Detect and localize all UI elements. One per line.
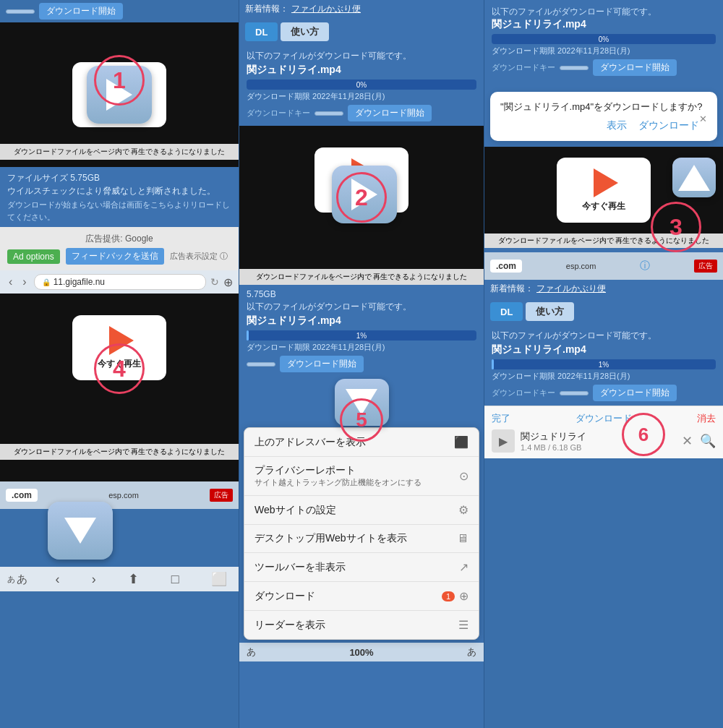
left-filesize-label: ファイルサイズ 5.75GB (7, 171, 231, 184)
left-down-arrow-btn[interactable] (48, 502, 113, 560)
mid-arrow-right-icon (351, 179, 377, 210)
toolbar-share[interactable]: ⬆ (124, 571, 143, 587)
right-play-text: 今すぐ再生 (582, 200, 625, 213)
ad-com-logo: .com (6, 489, 38, 502)
keyboard-left: あ (247, 646, 256, 659)
left-ad-options-row: Ad options フィードバックを送信 広告表示設定 ⓘ (7, 248, 231, 265)
dialog-download-btn[interactable]: ダウンロード (638, 119, 699, 132)
right-dl-file-row: ▶ 関ジュドリライ 1.4 MB / 6.18 GB ✕ 🔍 (492, 429, 716, 453)
right-dl-cancel[interactable]: 消去 (697, 412, 716, 425)
right-new-info-link[interactable]: ファイルかぶり便 (536, 283, 606, 295)
toolbar-tabs[interactable]: ⬜ (207, 571, 231, 587)
ad-config-link[interactable]: 広告表示設定 ⓘ (170, 251, 228, 262)
mid-key-row: ダウンロードキー ダウンロード開始 (247, 105, 476, 121)
ctx-desktop[interactable]: デスクトップ用Webサイトを表示 🖥 (244, 525, 479, 553)
left-virus-text: ウイルスチェックにより脅威なしと判断されました。 (7, 184, 231, 197)
right-file-name-2: 関ジュドリライ.mp4 (492, 343, 716, 356)
mid-column: 新着情報： ファイルかぶり便 DL 使い方 以下のファイルがダウンロード可能です… (239, 0, 484, 728)
ctx-download[interactable]: ダウンロード 1 ⊕ (244, 582, 479, 611)
ctx-download-badge: 1 (442, 591, 455, 601)
left-dl-start-btn-top[interactable]: ダウンロード開始 (39, 3, 123, 20)
mid-file-available-label-2: 以下のファイルがダウンロード可能です。 (247, 301, 476, 313)
left-url-bar[interactable]: 🔒 11.gigafile.nu (34, 274, 206, 290)
right-dl-complete[interactable]: 完了 (492, 412, 510, 425)
mid-arrow-btn[interactable] (332, 166, 397, 223)
mid-tab-dl[interactable]: DL (245, 22, 278, 41)
dialog-show-btn[interactable]: 表示 (607, 119, 627, 132)
right-dl-file-name: 関ジュドリライ (521, 430, 586, 443)
mid-file-available-label: 以下のファイルがダウンロード可能です。 (247, 50, 476, 62)
mid-arrow-down-icon (346, 389, 377, 415)
refresh-icon[interactable]: ↻ (210, 276, 219, 288)
right-file-name: 関ジュドリライ.mp4 (492, 18, 716, 31)
mid-file-name: 関ジュドリライ.mp4 (247, 64, 476, 77)
mid-tab-how[interactable]: 使い方 (281, 22, 329, 41)
main-layout: ダウンロード開始 今すぐ再生 ダウンロードファイルをページ内で 再生できるように… (0, 0, 723, 728)
right-play-area[interactable]: 今すぐ再生 (557, 158, 651, 223)
right-ad-info-icon: ⓘ (640, 260, 650, 273)
right-up-arrow-btn[interactable] (672, 158, 716, 197)
ctx-privacy[interactable]: プライバシーレポート サイト越えトラッキング防止機能をオンにする ⊙ (244, 457, 479, 496)
right-progress-bar-2: 1% (492, 359, 716, 369)
left-key-box (6, 9, 35, 14)
right-dl-start-btn-2[interactable]: ダウンロード開始 (593, 385, 677, 401)
mid-down-arrow-btn[interactable] (335, 379, 389, 426)
share-icon[interactable]: ⊕ (223, 275, 233, 289)
right-key-box-2 (560, 391, 589, 395)
left-video-thumb: 今すぐ再生 ダウンロードファイルをページ内で 再生できるようになりました 1 (0, 22, 239, 167)
left-arrow-btn[interactable] (87, 66, 152, 124)
keyboard-right: あ (467, 646, 476, 659)
ctx-address-icon: ⬛ (454, 435, 469, 449)
mid-new-info-bar: 新着情報： ファイルかぶり便 (239, 0, 484, 18)
dl-file-close-icon[interactable]: ✕ (682, 433, 693, 449)
right-new-info-bar: 新着情報： ファイルかぶり便 (484, 280, 723, 298)
ctx-privacy-icon: ⊙ (459, 469, 469, 483)
right-tab-how[interactable]: 使い方 (526, 302, 574, 321)
right-dl-file-info: 関ジュドリライ 1.4 MB / 6.18 GB (521, 430, 586, 452)
right-dl-status-bar: 完了 ダウンロード 消去 ▶ 関ジュドリライ 1.4 MB / 6.18 GB … (484, 406, 723, 458)
right-key-row: ダウンロードキー ダウンロード開始 (492, 59, 716, 76)
right-top-info: 以下のファイルがダウンロード可能です。 関ジュドリライ.mp4 0% ダウンロー… (484, 0, 723, 82)
right-tab-dl[interactable]: DL (490, 302, 523, 321)
toolbar-aa-large: あ (17, 573, 27, 586)
mid-dl-start-btn[interactable]: ダウンロード開始 (348, 105, 432, 121)
ctx-web-settings[interactable]: Webサイトの設定 ⚙ (244, 496, 479, 525)
toolbar-back[interactable]: ‹ (51, 572, 64, 587)
left-ad-provided: 広告提供: Google (7, 233, 231, 245)
ad-options-button[interactable]: Ad options (7, 249, 60, 264)
mid-progress-label-2: 1% (247, 330, 476, 341)
left-subtitle-2: ダウンロードファイルをページ内で 再生できるようになりました (0, 444, 239, 460)
ctx-address[interactable]: 上のアドレスバーを表示 ⬛ (244, 428, 479, 457)
mid-context-menu: 上のアドレスバーを表示 ⬛ プライバシーレポート サイト越えトラッキング防止機能… (244, 427, 479, 640)
mid-file-info: 以下のファイルがダウンロード可能です。 関ジュドリライ.mp4 0% ダウンロー… (239, 46, 484, 126)
left-bottom-video: 今すぐ再生 ダウンロードファイルをページ内で 再生できるようになりました 4 (0, 294, 239, 481)
right-tab-row: DL 使い方 (484, 298, 723, 325)
mid-new-info-link[interactable]: ファイルかぶり便 (291, 3, 361, 15)
dl-file-search-icon[interactable]: 🔍 (700, 433, 716, 449)
right-deadline-row-2: ダウンロード期限 2022年11月28日(月) (492, 371, 716, 382)
mid-file-info-2: 5.75GB 以下のファイルがダウンロード可能です。 関ジュドリライ.mp4 1… (239, 285, 484, 377)
arrow-right-icon (106, 79, 132, 111)
right-dl-start-btn[interactable]: ダウンロード開始 (593, 59, 677, 76)
right-dl-status-wrap: 完了 ダウンロード 消去 ▶ 関ジュドリライ 1.4 MB / 6.18 GB … (484, 406, 723, 458)
nav-back-icon[interactable]: ‹ (6, 275, 15, 288)
mid-subtitle: ダウンロードファイルをページ内で 再生できるようになりました (239, 269, 484, 285)
left-play-area-2[interactable]: 今すぐ再生 (72, 315, 166, 380)
ctx-toolbar[interactable]: ツールバーを非表示 ↗ (244, 553, 479, 582)
toolbar-forward[interactable]: › (87, 572, 100, 587)
ad-feedback-button[interactable]: フィードバックを送信 (66, 248, 164, 265)
toolbar-bookmarks[interactable]: □ (167, 572, 184, 587)
mid-filesize-2: 5.75GB (247, 289, 476, 299)
right-column: 以下のファイルがダウンロード可能です。 関ジュドリライ.mp4 0% ダウンロー… (484, 0, 723, 728)
ctx-web-icon: ⚙ (458, 503, 469, 517)
left-ad-area: 広告提供: Google Ad options フィードバックを送信 広告表示設… (0, 227, 239, 270)
ctx-desktop-icon: 🖥 (457, 532, 469, 545)
nav-forward-icon[interactable]: › (20, 275, 29, 288)
left-url-text: 11.gigafile.nu (54, 277, 105, 287)
right-play-icon (594, 168, 618, 197)
mid-dl-start-btn-2[interactable]: ダウンロード開始 (280, 356, 364, 372)
ctx-download-icon: ⊕ (459, 589, 469, 603)
mid-file-name-2: 関ジュドリライ.mp4 (247, 314, 476, 327)
ctx-reader[interactable]: リーダーを表示 ☰ (244, 611, 479, 639)
dialog-close-icon[interactable]: ✕ (699, 114, 707, 124)
